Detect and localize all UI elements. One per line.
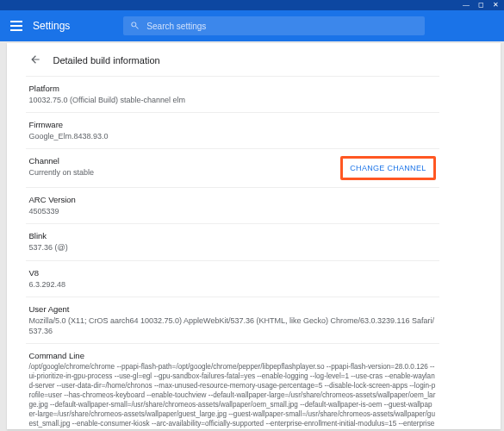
label-channel: Channel bbox=[29, 156, 95, 166]
section-platform: Platform 10032.75.0 (Official Build) sta… bbox=[26, 76, 439, 112]
back-icon[interactable] bbox=[29, 53, 41, 67]
value-arc: 4505339 bbox=[29, 206, 436, 216]
content-card: Detailed build information Platform 1003… bbox=[7, 43, 501, 429]
value-blink: 537.36 (@) bbox=[29, 242, 436, 253]
page-title: Detailed build information bbox=[53, 55, 160, 66]
section-user-agent: User Agent Mozilla/5.0 (X11; CrOS aarch6… bbox=[26, 297, 439, 343]
maximize-icon[interactable]: ◻ bbox=[478, 2, 484, 9]
value-channel: Currently on stable bbox=[29, 167, 95, 178]
menu-icon[interactable] bbox=[10, 21, 22, 31]
app-title: Settings bbox=[33, 20, 70, 32]
window-titlebar: — ◻ ✕ bbox=[0, 0, 504, 10]
value-firmware: Google_Elm.8438.93.0 bbox=[29, 131, 436, 141]
value-cmdline: /opt/google/chrome/chrome --ppapi-flash-… bbox=[29, 362, 436, 429]
change-channel-button[interactable]: CHANGE CHANNEL bbox=[340, 156, 435, 180]
label-platform: Platform bbox=[29, 84, 436, 93]
value-platform: 10032.75.0 (Official Build) stable-chann… bbox=[29, 95, 436, 105]
label-arc: ARC Version bbox=[29, 195, 436, 204]
section-blink: Blink 537.36 (@) bbox=[26, 223, 439, 259]
minimize-icon[interactable]: — bbox=[463, 2, 470, 9]
section-v8: V8 6.3.292.48 bbox=[26, 260, 439, 297]
label-firmware: Firmware bbox=[29, 120, 436, 129]
label-cmdline: Command Line bbox=[29, 351, 436, 360]
search-field-wrap[interactable] bbox=[123, 16, 425, 35]
close-icon[interactable]: ✕ bbox=[493, 2, 499, 9]
value-ua: Mozilla/5.0 (X11; CrOS aarch64 10032.75.… bbox=[29, 315, 436, 336]
search-icon bbox=[130, 21, 140, 32]
section-channel: Channel Currently on stable CHANGE CHANN… bbox=[26, 148, 439, 187]
label-blink: Blink bbox=[29, 231, 436, 240]
section-arc: ARC Version 4505339 bbox=[26, 187, 439, 223]
section-firmware: Firmware Google_Elm.8438.93.0 bbox=[26, 112, 439, 148]
label-ua: User Agent bbox=[29, 304, 436, 314]
section-command-line: Command Line /opt/google/chrome/chrome -… bbox=[26, 343, 439, 429]
app-toolbar: Settings bbox=[0, 10, 504, 41]
value-v8: 6.3.292.48 bbox=[29, 279, 436, 290]
label-v8: V8 bbox=[29, 268, 436, 278]
search-input[interactable] bbox=[146, 22, 418, 31]
